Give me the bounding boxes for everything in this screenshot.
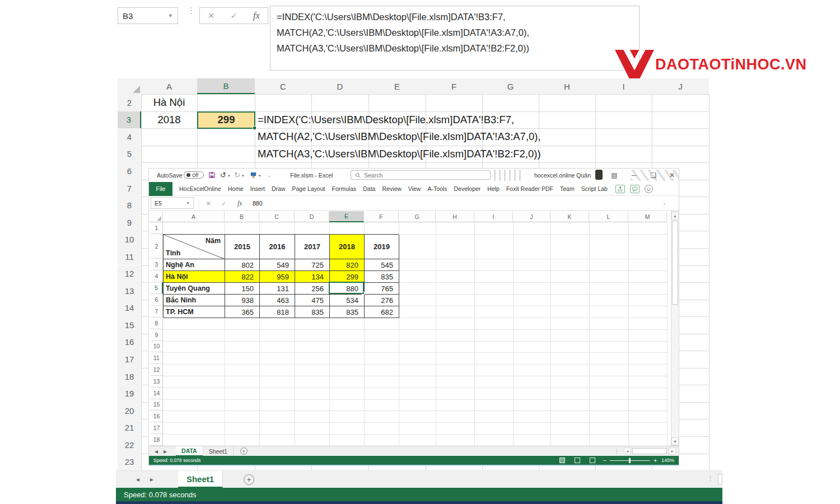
inner-column-header-D[interactable]: D	[295, 211, 329, 222]
row-header-8[interactable]: 8	[118, 197, 141, 214]
inner-column-header-C[interactable]: C	[259, 211, 295, 222]
cell-C3-formula-text[interactable]: =INDEX('C:\Users\IBM\Desktop\[File.xlsm]…	[258, 111, 514, 129]
row-header-4[interactable]: 4	[118, 128, 141, 146]
province-name-1[interactable]: Nghệ An	[164, 259, 225, 271]
inner-row-header-4[interactable]: 4	[151, 270, 163, 282]
format-painter-icon[interactable]	[250, 171, 257, 179]
value-cell[interactable]: 820	[330, 259, 365, 271]
row-header-21[interactable]: 21	[118, 419, 141, 436]
row-header-5[interactable]: 5	[118, 146, 141, 163]
column-header-A[interactable]: A	[141, 78, 197, 94]
value-cell[interactable]: 725	[295, 259, 330, 271]
row-header-17[interactable]: 17	[118, 351, 141, 368]
ribbon-tab-developer[interactable]: Developer	[454, 185, 480, 192]
year-header-2017[interactable]: 2017	[295, 235, 330, 259]
ribbon-tab-hocexcelonline[interactable]: HocExcelOnline	[179, 185, 221, 192]
value-cell[interactable]: 475	[295, 295, 330, 306]
cell-C4-formula-text[interactable]: MATCH(A2,'C:\Users\IBM\Desktop\[File.xls…	[258, 128, 541, 146]
row-header-16[interactable]: 16	[118, 334, 141, 351]
minimize-icon[interactable]: ─	[628, 171, 640, 179]
inner-row-header-1[interactable]: 1	[151, 222, 163, 234]
column-header-F[interactable]: F	[426, 78, 482, 94]
inner-row-header-17[interactable]: 17	[151, 422, 163, 434]
value-cell[interactable]: 835	[330, 306, 365, 318]
ribbon-display-icon[interactable]: ▤	[608, 171, 620, 179]
scroll-up-icon[interactable]: ▲	[671, 212, 679, 220]
value-cell[interactable]: 463	[260, 295, 295, 306]
inner-row-header-14[interactable]: 14	[151, 388, 163, 399]
search-input[interactable]: Search	[351, 170, 491, 180]
value-cell[interactable]: 880	[330, 283, 365, 295]
table-corner-cell[interactable]: NămTỉnh	[164, 235, 225, 259]
inner-column-header-A[interactable]: A	[163, 211, 225, 222]
value-cell[interactable]: 534	[330, 295, 365, 306]
qat-customize-icon[interactable]: ⌄	[268, 174, 271, 178]
close-icon[interactable]: ✕	[666, 171, 678, 179]
inner-column-header-M[interactable]: M	[628, 211, 667, 222]
value-cell[interactable]: 682	[365, 306, 399, 318]
inner-column-header-E[interactable]: E	[329, 211, 364, 222]
ribbon-tab-page-layout[interactable]: Page Layout	[292, 185, 325, 192]
value-cell[interactable]: 765	[365, 283, 399, 295]
row-header-6[interactable]: 6	[118, 162, 141, 180]
sheet-next-icon[interactable]: ▸	[150, 475, 153, 483]
row-header-9[interactable]: 9	[118, 214, 141, 231]
normal-view-icon[interactable]	[559, 458, 565, 463]
redo-icon[interactable]: ↻	[234, 171, 240, 179]
value-cell[interactable]: 256	[295, 283, 330, 295]
insert-function-icon[interactable]: fx	[253, 11, 260, 21]
value-cell[interactable]: 549	[260, 259, 295, 271]
cell-C5-formula-text[interactable]: MATCH(A3,'C:\Users\IBM\Desktop\[File.xls…	[258, 146, 541, 163]
inner-sheet-tab-sheet1[interactable]: Sheet1	[203, 446, 234, 456]
sheet-next-icon[interactable]: ▸	[164, 447, 167, 455]
value-cell[interactable]: 835	[365, 271, 399, 283]
inner-row-header-9[interactable]: 9	[151, 329, 163, 341]
value-cell[interactable]: 822	[225, 271, 260, 283]
qat-caret-icon[interactable]: ▾	[259, 174, 261, 178]
row-header-10[interactable]: 10	[118, 231, 141, 248]
value-cell[interactable]: 365	[225, 306, 260, 318]
inner-formula-input[interactable]: 880 ⌄	[249, 197, 670, 209]
insert-function-icon[interactable]: fx	[237, 200, 242, 207]
sheet-prev-icon[interactable]: ◂	[155, 447, 158, 455]
province-name-2[interactable]: Hà Nội	[164, 271, 225, 283]
value-cell[interactable]: 802	[225, 259, 260, 271]
enter-icon[interactable]: ✓	[231, 11, 237, 20]
row-header-18[interactable]: 18	[118, 368, 141, 385]
inner-column-header-I[interactable]: I	[474, 211, 513, 222]
row-header-23[interactable]: 23	[118, 454, 141, 471]
restore-icon[interactable]: ❑	[647, 171, 660, 179]
inner-row-header-16[interactable]: 16	[151, 410, 163, 422]
inner-row-header-10[interactable]: 10	[151, 341, 163, 353]
inner-row-header-3[interactable]: 3	[151, 259, 163, 270]
cancel-icon[interactable]: ✕	[208, 11, 214, 20]
value-cell[interactable]: 299	[330, 271, 365, 283]
vertical-scrollbar[interactable]: ▲ ▼	[671, 211, 679, 446]
year-header-2016[interactable]: 2016	[260, 235, 295, 259]
value-cell[interactable]: 276	[365, 295, 399, 306]
province-name-5[interactable]: TP. HCM	[164, 306, 225, 318]
row-header-12[interactable]: 12	[118, 265, 141, 283]
scrollbar-thumb[interactable]	[672, 221, 678, 305]
inner-column-header-B[interactable]: B	[225, 211, 259, 222]
enter-icon[interactable]: ✓	[222, 200, 227, 207]
add-sheet-icon[interactable]: +	[240, 447, 248, 455]
ribbon-tab-script-lab[interactable]: Script Lab	[581, 185, 608, 192]
inner-row-header-7[interactable]: 7	[151, 306, 163, 318]
column-header-C[interactable]: C	[255, 78, 311, 94]
comments-button[interactable]	[630, 185, 640, 193]
column-header-E[interactable]: E	[368, 78, 426, 94]
inner-row-header-11[interactable]: 11	[151, 352, 163, 364]
zoom-out-icon[interactable]: −	[603, 458, 606, 464]
row-header-22[interactable]: 22	[118, 436, 141, 454]
zoom-slider[interactable]	[610, 460, 650, 461]
row-header-2[interactable]: 2	[118, 94, 141, 111]
column-header-B[interactable]: B	[197, 78, 255, 94]
undo-icon[interactable]: ↺	[220, 171, 226, 179]
ribbon-tab-review[interactable]: Review	[382, 185, 401, 192]
hscroll-right-icon[interactable]: ▸	[669, 447, 676, 455]
redo-caret-icon[interactable]: ▾	[242, 174, 244, 178]
inner-row-header-13[interactable]: 13	[151, 376, 163, 388]
sheet-tab-sheet1[interactable]: Sheet1	[178, 471, 223, 488]
select-all-corner[interactable]	[118, 78, 141, 94]
